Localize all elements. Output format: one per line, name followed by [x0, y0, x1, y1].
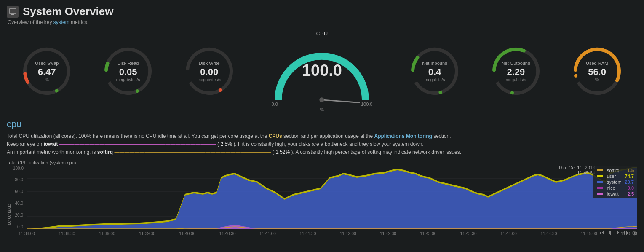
legend-item: system 20.7	[597, 180, 634, 185]
header-subtitle: Overview of the key system metrics.	[7, 19, 637, 25]
cpu-gauge: 100.0	[263, 38, 381, 106]
nav-next[interactable]: ⏵	[615, 229, 622, 237]
softirq-label: softirq	[97, 149, 113, 155]
chart-legend: softirq 1.5 user 74.7 system 20.7 nice 0…	[593, 166, 637, 198]
softirq-note: An important metric worth monitoring, is	[7, 149, 97, 155]
chart-timestamp: Thu, Oct 11, 201811:45:54	[558, 165, 595, 175]
cpus-link[interactable]: CPUs	[269, 133, 282, 139]
iowait-note: Keep an eye on	[7, 141, 43, 147]
svg-point-21	[574, 74, 577, 78]
swap-label: Used Swap	[35, 61, 59, 66]
iowait-desc: ). If it is constantly high, your disks …	[233, 141, 424, 147]
svg-rect-2	[11, 15, 15, 15]
disk-read-label: Disk Read	[118, 61, 139, 66]
disk-write-value: 0.00	[200, 67, 218, 78]
net-inbound-unit: megabits/s	[425, 78, 445, 82]
legend-system-val: 20.7	[625, 180, 634, 185]
chart-nav: ⏮ ⏴ ⏵ ⏭ ⊕	[598, 229, 637, 237]
svg-rect-1	[11, 14, 14, 15]
legend-softirq-name: softirq	[607, 168, 624, 173]
swap-unit: %	[45, 78, 49, 82]
net-outbound-value: 2.29	[507, 67, 525, 78]
user-color	[597, 175, 603, 177]
net-outbound-gauge: Net Outbound 2.29 megabits/s	[489, 44, 543, 99]
legend-item: nice 0.0	[597, 185, 634, 190]
nav-zoom-in[interactable]: ⊕	[632, 229, 637, 237]
swap-value: 6.47	[38, 67, 56, 78]
iowait-color	[597, 193, 603, 195]
softirq-desc: ). A constantly high percentage of softi…	[291, 149, 462, 155]
svg-rect-0	[9, 9, 16, 13]
system-link: system	[53, 19, 69, 25]
legend-item: iowait 2.5	[597, 191, 634, 196]
legend-item: user 74.7	[597, 174, 634, 179]
legend-system-name: system	[607, 180, 622, 185]
legend-item: softirq 1.5	[597, 168, 634, 173]
disk-write-label: Disk Write	[199, 61, 220, 66]
disk-write-unit: megabytes/s	[197, 78, 221, 82]
ram-gauge: Used RAM 56.0 %	[570, 44, 625, 99]
ram-value: 56.0	[588, 67, 606, 78]
ram-label: Used RAM	[586, 61, 608, 66]
softirq-sparkline: ———————————————————————————————	[114, 149, 272, 155]
iowait-label: iowait	[43, 141, 58, 147]
nice-color	[597, 187, 603, 189]
disk-read-gauge: Disk Read 0.05 megabytes/s	[101, 44, 155, 99]
y-ticks: 100.0 80.0 60.0 40.0 20.0 0.0	[13, 166, 25, 229]
chart-main: 100.0 80.0 60.0 40.0 20.0 0.0 Thu, Oct 1…	[13, 166, 637, 231]
cpu-description: Total CPU utilization (all cores). 100% …	[0, 131, 644, 158]
swap-gauge: Used Swap 6.47 %	[19, 44, 74, 99]
nav-next-next[interactable]: ⏭	[623, 229, 630, 237]
net-outbound-unit: megabits/s	[506, 78, 526, 82]
cpu-unit: %	[320, 107, 324, 112]
net-inbound-value: 0.4	[428, 67, 441, 78]
app-monitoring-link[interactable]: Applications Monitoring	[374, 133, 432, 139]
disk-read-value: 0.05	[119, 67, 137, 78]
chart-wrapper: percentage 100.0 80.0 60.0 40.0 20.0 0.0…	[7, 166, 637, 231]
system-color	[597, 181, 603, 183]
page-title: System Overview	[7, 5, 637, 18]
ram-unit: %	[595, 78, 599, 82]
desc-end: section.	[433, 133, 451, 139]
net-inbound-label: Net Inbound	[422, 61, 447, 66]
net-outbound-label: Net Outbound	[502, 61, 531, 66]
desc-mid: section and per application usage at the	[283, 133, 374, 139]
nav-prev[interactable]: ⏴	[607, 229, 613, 237]
iowait-sparkline: ———————————————————————————————	[59, 141, 217, 147]
legend-nice-val: 0.0	[628, 185, 634, 190]
chart-svg	[13, 166, 637, 229]
cpu-value: 100.0	[302, 62, 342, 80]
softirq-value: 1.52%	[275, 149, 290, 155]
cpu-section-title: cpu	[0, 115, 644, 131]
legend-user-val: 74.7	[625, 174, 634, 179]
gauges-row: Used Swap 6.47 % Disk Read 0.05 megabyte…	[0, 27, 644, 115]
cpu-gauge-container: CPU 100.0 0.0 100.0 %	[263, 30, 381, 112]
iowait-value: 2.5%	[220, 141, 232, 147]
chart-title: Total CPU utilization (system.cpu)	[7, 160, 637, 165]
nav-prev-prev[interactable]: ⏮	[598, 229, 605, 237]
legend-iowait-name: iowait	[607, 191, 624, 196]
softirq-color	[597, 169, 603, 171]
svg-point-12	[320, 97, 324, 102]
svg-line-11	[322, 100, 359, 103]
header: System Overview Overview of the key syst…	[0, 0, 644, 27]
net-inbound-gauge: Net Inbound 0.4 megabits/s	[407, 44, 462, 99]
cpu-chart-area: Total CPU utilization (system.cpu) perce…	[7, 160, 637, 236]
y-axis-label: percentage	[7, 166, 11, 225]
desc-line1: Total CPU utilization (all cores). 100% …	[7, 133, 269, 139]
legend-nice-name: nice	[607, 185, 624, 190]
disk-write-gauge: Disk Write 0.00 megabytes/s	[182, 44, 237, 99]
legend-softirq-val: 1.5	[628, 168, 634, 173]
monitor-icon	[7, 6, 19, 18]
cpu-gauge-title: CPU	[316, 30, 328, 37]
legend-user-name: user	[607, 174, 622, 179]
disk-read-unit: megabytes/s	[116, 78, 140, 82]
legend-iowait-val: 2.5	[628, 191, 634, 196]
x-axis: 11:38:00 11:38:30 11:39:00 11:39:30 11:4…	[7, 231, 637, 236]
